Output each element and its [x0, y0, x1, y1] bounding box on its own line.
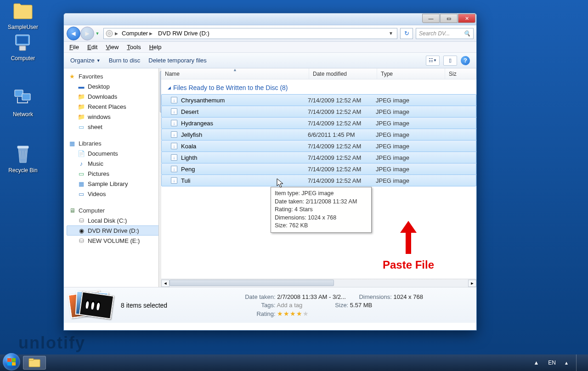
sidebar-computer-header[interactable]: 🖥Computer: [67, 205, 161, 215]
sidebar-favorites-header[interactable]: ★Favorites: [67, 71, 161, 81]
detail-size-label: Size:: [315, 302, 348, 309]
view-options-button[interactable]: ☷ ▼: [426, 56, 440, 66]
file-row[interactable]: ↓ Jellyfish 6/6/2011 1:45 PM JPEG image: [161, 129, 476, 141]
file-type: JPEG image: [376, 154, 440, 161]
search-placeholder: Search DV...: [419, 30, 450, 37]
sidebar-recent[interactable]: 📁Recent Places: [67, 101, 161, 112]
scroll-right-button[interactable]: ►: [468, 280, 476, 287]
details-pane: 8 items selected Date taken: 2/7/2008 11…: [64, 287, 476, 323]
scroll-left-button[interactable]: ◄: [161, 280, 170, 287]
titlebar[interactable]: — ▭ ✕: [64, 13, 476, 25]
menu-view[interactable]: View: [102, 43, 122, 51]
documents-icon: 📄: [78, 150, 85, 157]
drive-icon: ⛁: [78, 217, 85, 224]
sidebar-windows[interactable]: 📁windows: [67, 112, 161, 122]
burn-button[interactable]: Burn to disc: [109, 57, 141, 64]
desktop-computer-icon[interactable]: Computer: [5, 31, 41, 62]
preview-pane-button[interactable]: ▯: [443, 56, 457, 66]
folder-icon: 📁: [78, 93, 85, 100]
sidebar-sheet[interactable]: ▭sheet: [67, 122, 161, 132]
column-type[interactable]: Type: [377, 68, 445, 79]
nav-bar: ◄ ► ▼ ▶ Computer ▶ DVD RW Drive (D:) ▼ ↻…: [64, 25, 476, 42]
tray-chevron-icon[interactable]: ▴: [562, 359, 571, 367]
sidebar-downloads[interactable]: 📁Downloads: [67, 91, 161, 101]
menu-help[interactable]: Help: [146, 43, 165, 51]
sidebar-pictures[interactable]: ▭Pictures: [67, 169, 161, 179]
file-type: JPEG image: [376, 166, 440, 173]
library-icon: ▦: [78, 180, 85, 187]
back-button[interactable]: ◄: [67, 27, 80, 40]
sidebar-new-volume[interactable]: ⛁NEW VOLUME (E:): [67, 236, 161, 246]
breadcrumb-drive[interactable]: DVD RW Drive (D:): [156, 30, 211, 37]
menu-tools[interactable]: Tools: [123, 43, 144, 51]
column-size[interactable]: Siz: [445, 68, 476, 79]
menu-file[interactable]: File: [66, 43, 83, 51]
sidebar-videos[interactable]: ▭Videos: [67, 189, 161, 199]
start-button[interactable]: [3, 353, 20, 371]
sidebar-dvd-drive[interactable]: ◉DVD RW Drive (D:): [67, 225, 161, 236]
desktop-user-folder[interactable]: SampleUser: [5, 0, 41, 30]
file-row[interactable]: ↓ Desert 7/14/2009 12:52 AM JPEG image: [161, 106, 476, 118]
delete-temp-button[interactable]: Delete temporary files: [148, 57, 206, 64]
recycle-bin-icon: [12, 143, 34, 165]
watermark-text: unlotify: [18, 333, 85, 353]
tooltip-line: Size: 762 KB: [275, 222, 368, 230]
horizontal-scrollbar[interactable]: ◄ ►: [161, 279, 476, 287]
arrow-up-icon: [398, 219, 418, 256]
file-row[interactable]: ↓ Hydrangeas 7/14/2009 12:52 AM JPEG ima…: [161, 117, 476, 129]
svg-rect-1: [17, 36, 28, 44]
tooltip-line: Dimensions: 1024 x 768: [275, 214, 368, 222]
search-input[interactable]: Search DV... 🔍: [416, 28, 474, 39]
forward-button[interactable]: ►: [80, 27, 94, 40]
column-date[interactable]: Date modified: [309, 68, 377, 79]
desktop-network-icon[interactable]: Network: [5, 87, 41, 118]
pending-file-icon: ↓: [171, 108, 179, 115]
desktop-label: SampleUser: [5, 24, 41, 30]
detail-rating-label: Rating:: [243, 310, 276, 317]
maximize-button[interactable]: ▭: [440, 14, 458, 23]
sidebar-libraries-header[interactable]: ▦Libraries: [67, 138, 161, 148]
sidebar-local-disk[interactable]: ⛁Local Disk (C:): [67, 215, 161, 225]
show-desktop-button[interactable]: [576, 354, 582, 371]
menu-edit[interactable]: Edit: [84, 43, 101, 51]
nav-history-dropdown[interactable]: ▼: [94, 29, 101, 38]
pending-file-icon: ↓: [171, 97, 179, 103]
address-dropdown[interactable]: ▼: [387, 31, 395, 36]
file-row[interactable]: ↓ Tuli 7/14/2009 12:52 AM JPEG image: [161, 174, 476, 186]
sidebar-desktop[interactable]: ▬Desktop: [67, 81, 161, 91]
sort-indicator-icon: ▲: [233, 68, 237, 72]
sidebar-sample-library[interactable]: ▦Sample Library: [67, 179, 161, 189]
help-button[interactable]: ?: [461, 56, 470, 65]
breadcrumb-computer[interactable]: Computer ▶: [120, 30, 154, 37]
file-row[interactable]: ↓ Chrysanthemum 7/14/2009 12:52 AM JPEG …: [161, 94, 476, 106]
file-type: JPEG image: [376, 108, 440, 115]
rating-stars[interactable]: ★★★★★: [277, 310, 309, 317]
minimize-button[interactable]: —: [422, 14, 440, 23]
address-bar[interactable]: ▶ Computer ▶ DVD RW Drive (D:) ▼: [103, 28, 397, 39]
star-icon: ★: [68, 73, 76, 80]
taskbar-explorer[interactable]: [23, 356, 46, 370]
tray-expand-icon[interactable]: ▲: [531, 359, 542, 367]
file-row[interactable]: ↓ Lighth 7/14/2009 12:52 AM JPEG image: [161, 152, 476, 163]
language-indicator[interactable]: EN: [545, 359, 559, 367]
sidebar-documents[interactable]: 📄Documents: [67, 148, 161, 158]
sidebar-music[interactable]: ♪Music: [67, 158, 161, 169]
file-row[interactable]: ↓ Koala 7/14/2009 12:52 AM JPEG image: [161, 140, 476, 152]
tooltip-line: Item type: JPEG image: [275, 190, 368, 198]
desktop-label: Computer: [5, 55, 41, 62]
file-date: 6/6/2011 1:45 PM: [308, 131, 376, 138]
desktop-label: Network: [5, 111, 41, 118]
pending-file-icon: ↓: [171, 154, 179, 161]
file-row[interactable]: ↓ Peng 7/14/2009 12:52 AM JPEG image: [161, 163, 476, 175]
file-group-header[interactable]: ◢Files Ready to Be Written to the Disc (…: [161, 79, 476, 94]
close-button[interactable]: ✕: [458, 14, 475, 23]
desktop-recycle-icon[interactable]: Recycle Bin: [5, 143, 41, 174]
selection-summary: 8 items selected: [121, 302, 235, 309]
refresh-button[interactable]: ↻: [400, 28, 413, 39]
file-name: Hydrangeas: [179, 120, 308, 127]
file-name: Tuli: [179, 177, 308, 184]
detail-tags-value[interactable]: Add a tag: [277, 302, 303, 309]
detail-dim-label: Dimensions:: [359, 293, 392, 300]
organize-button[interactable]: Organize ▼: [70, 57, 101, 64]
detail-date-value: 2/7/2008 11:33 AM - 3/2...: [277, 293, 346, 300]
